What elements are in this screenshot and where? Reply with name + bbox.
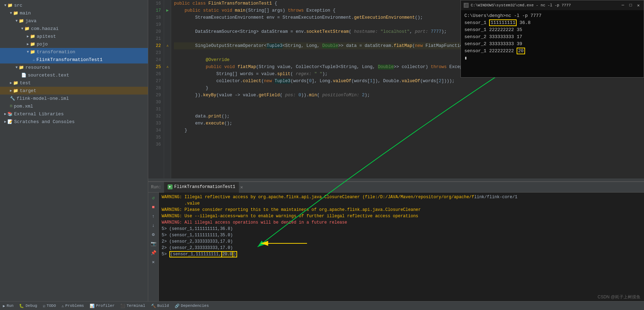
cmd-titlebar: ⬛ C:\WINDOWS\system32\cmd.exe - nc -l -p…: [461, 0, 644, 10]
watermark: CSDN @耗子上树摸鱼: [597, 294, 640, 300]
stop-button[interactable]: ■: [150, 203, 157, 211]
cmd-icon: ⬛: [464, 3, 469, 8]
sidebar-item-external-libs[interactable]: ▶ 📚 External Libraries: [0, 110, 148, 118]
sidebar-item-resources[interactable]: ▼ 📁 resources: [0, 63, 148, 71]
code-line-34: }: [174, 127, 644, 134]
cmd-minimize-button[interactable]: ─: [620, 3, 625, 8]
scroll-down-button[interactable]: ↓: [150, 221, 157, 229]
code-line-28: }: [174, 85, 644, 92]
cmd-line-4: sensor_2 333333333 17: [464, 34, 640, 41]
file-icon: 📄: [21, 73, 26, 78]
chevron-down-icon: ▼: [4, 4, 6, 7]
output-line-3: 2> (sensor_2,333333333,17.0): [162, 238, 641, 245]
sidebar-label-apitest: apitest: [37, 34, 56, 39]
toolbar-dependencies[interactable]: 🔗 Dependencies: [175, 304, 209, 308]
run-gutter-icon[interactable]: ▶: [164, 7, 171, 14]
toolbar-terminal-label: Terminal: [127, 304, 145, 308]
run-sidebar: ↺ ■ ↑ ↓ ⚙ 📷 📌 ✕: [148, 193, 159, 301]
chevron-down-icon2: ▼: [10, 11, 12, 15]
code-line-29: }).keyBy(value -> value.getField( pos: 0…: [174, 92, 644, 99]
dependencies-icon: 🔗: [175, 304, 180, 308]
code-line-31: [174, 106, 644, 113]
folder-pojo-icon: 📁: [30, 42, 35, 47]
code-line-27: collector.collect(new Tuple3(words[0], L…: [174, 78, 644, 85]
close-tab-icon[interactable]: ✕: [240, 184, 243, 190]
settings-button[interactable]: ⚙: [150, 231, 157, 238]
sidebar-label-pom: pom.xml: [14, 104, 33, 109]
sidebar-item-java[interactable]: ▼ 📁 java: [0, 17, 148, 25]
folder-resources-icon: 📁: [19, 65, 24, 70]
main-container: ▼ 📁 src ▼ 📁 main ▼ 📁 java: [0, 0, 644, 310]
chevron-right-icon2: ▶: [27, 42, 29, 46]
toolbar-todo[interactable]: ☑ TODO: [43, 304, 56, 308]
toolbar-build[interactable]: 🔨 Build: [151, 304, 169, 308]
chevron-right-icon4: ▶: [10, 89, 12, 93]
toolbar-build-label: Build: [157, 304, 169, 308]
toolbar-problems[interactable]: ⚠ Problems: [61, 304, 84, 308]
cmd-controls: ─ □ ✕: [620, 3, 641, 8]
toolbar-profiler[interactable]: 📊 Profiler: [90, 304, 115, 308]
build-icon: 🔨: [151, 304, 156, 308]
run-tab-label: FlinkTransformationTest1: [174, 184, 235, 189]
sidebar-item-src[interactable]: ▼ 📁 src: [0, 1, 148, 9]
run-icon: ▶: [3, 304, 5, 308]
output-line-4: 2> (sensor_2,333333333,17.0): [162, 245, 641, 251]
cmd-window: ⬛ C:\WINDOWS\system32\cmd.exe - nc -l -p…: [461, 0, 644, 78]
sidebar-label-flink: FlinkTransformationTest1: [36, 57, 102, 62]
code-line-30: [174, 99, 644, 106]
toolbar-run[interactable]: ▶ Run: [3, 304, 13, 308]
toolbar-problems-label: Problems: [65, 304, 84, 308]
chevron-right-icon6: ▶: [4, 120, 6, 124]
cmd-title: C:\WINDOWS\system32\cmd.exe - nc -l -p 7…: [471, 3, 620, 7]
editor-hscrollbar[interactable]: [148, 178, 644, 181]
toolbar-debug[interactable]: 🐛 Debug: [19, 304, 37, 308]
sidebar-label-extlibs: External Libraries: [14, 111, 64, 117]
sidebar-item-apitest[interactable]: ▶ 📁 apitest: [0, 32, 148, 40]
sidebar-item-com-haozai[interactable]: ▼ 📁 com.haozai: [0, 25, 148, 32]
libs-icon: 📚: [7, 111, 13, 117]
sidebar-item-sourcetest[interactable]: 📄 sourcetest.text: [0, 71, 148, 79]
rerun-button[interactable]: ↺: [150, 194, 157, 202]
sidebar-item-transformation[interactable]: ▼ 📁 transformation: [0, 48, 148, 56]
output-line-1: 5> (sensor_1,111111111,36.8): [162, 226, 641, 232]
cmd-maximize-button[interactable]: □: [628, 3, 633, 8]
chevron-right-icon3: ▶: [10, 81, 12, 85]
sidebar-label-resources: resources: [25, 65, 50, 70]
sidebar-item-pojo[interactable]: ▶ 📁 pojo: [0, 40, 148, 48]
camera-button[interactable]: 📷: [150, 240, 157, 248]
sidebar-item-main[interactable]: ▼ 📁 main: [0, 9, 148, 17]
toolbar-profiler-label: Profiler: [96, 304, 115, 308]
sidebar-item-iml[interactable]: 🔧 flink-model-one.iml: [0, 95, 148, 102]
sidebar-item-flinktransformationtest1[interactable]: ☕ FlinkTransformationTest1: [0, 56, 148, 63]
chevron-right-icon5: ▶: [4, 112, 6, 116]
sidebar-item-test[interactable]: ▶ 📁 test: [0, 79, 148, 87]
warn-gutter-22: ⚠: [164, 42, 171, 49]
sidebar-item-target[interactable]: ▶ 📁 target: [0, 87, 148, 95]
sidebar-label-main: main: [20, 11, 31, 16]
run-content: ↺ ■ ↑ ↓ ⚙ 📷 📌 ✕ WARNING: Illegal reflect…: [148, 193, 644, 301]
cmd-line-3: sensor_1 222222222 35: [464, 26, 640, 34]
cmd-line-1: C:\Users\dengh>nc -l -p 7777: [464, 12, 640, 19]
run-label: Run:: [151, 185, 161, 190]
toolbar-debug-label: Debug: [25, 304, 37, 308]
toolbar-terminal[interactable]: ⬛ Terminal: [120, 304, 145, 308]
scratches-icon: 📝: [7, 119, 13, 124]
xml-icon: m: [10, 104, 12, 109]
run-tab-flink[interactable]: ▶ FlinkTransformationTest1: [164, 182, 239, 193]
sidebar-label-pojo: pojo: [37, 42, 48, 47]
cmd-cursor: ▮: [464, 55, 640, 62]
cmd-line-5: sensor_2 333333333 39: [464, 41, 640, 48]
pin-button[interactable]: 📌: [150, 249, 157, 257]
folder-open-icon: 📁: [7, 3, 13, 8]
chevron-down-icon6: ▼: [16, 66, 18, 69]
run-output: WARNING: Illegal reflective access by or…: [159, 193, 644, 301]
cmd-close-button[interactable]: ✕: [636, 3, 641, 8]
sidebar-item-pom[interactable]: m pom.xml: [0, 102, 148, 110]
warn-gutter-25: ⚠: [164, 63, 171, 71]
sidebar-item-scratches[interactable]: ▶ 📝 Scratches and Consoles: [0, 118, 148, 126]
scroll-up-button[interactable]: ↑: [150, 212, 157, 220]
close-panel-button[interactable]: ✕: [150, 258, 157, 266]
problems-icon: ⚠: [61, 304, 64, 308]
cmd-content: C:\Users\dengh>nc -l -p 7777 sensor_1 11…: [461, 10, 644, 64]
sidebar-label-src: src: [14, 3, 22, 8]
